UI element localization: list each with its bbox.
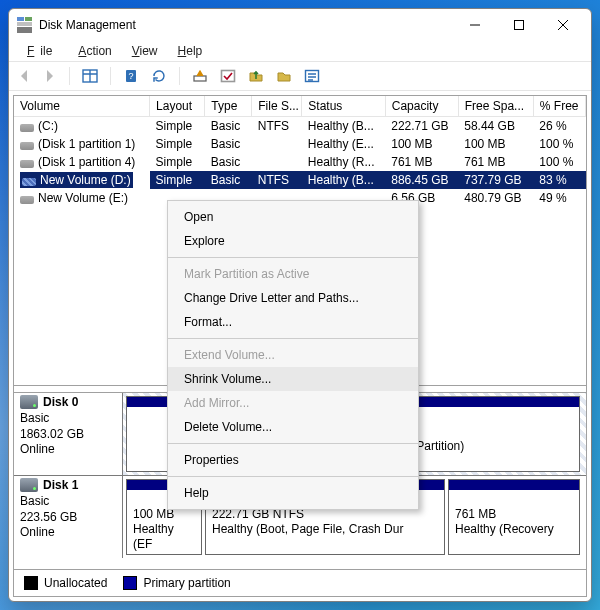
menu-change-drive-letter[interactable]: Change Drive Letter and Paths...: [168, 286, 418, 310]
disk-icon: [22, 176, 36, 186]
legend-label: Unallocated: [44, 576, 107, 590]
legend: Unallocated Primary partition: [14, 569, 586, 596]
col-status[interactable]: Status: [302, 96, 385, 117]
action-list-icon[interactable]: [302, 66, 322, 86]
hdd-icon: [20, 395, 38, 409]
hdd-icon: [20, 478, 38, 492]
action-folder-icon[interactable]: [274, 66, 294, 86]
menu-action[interactable]: Action: [72, 42, 117, 60]
disk-type-label: Basic: [20, 411, 116, 427]
app-icon: [17, 17, 33, 33]
col-type[interactable]: Type: [205, 96, 252, 117]
disk-type-label: Basic: [20, 494, 116, 510]
svg-rect-4: [194, 76, 206, 81]
menu-properties[interactable]: Properties: [168, 448, 418, 472]
col-volume[interactable]: Volume: [14, 96, 150, 117]
volume-row-selected[interactable]: New Volume (D:) SimpleBasicNTFS Healthy …: [14, 171, 586, 189]
menu-help[interactable]: Help: [168, 481, 418, 505]
context-menu: Open Explore Mark Partition as Active Ch…: [167, 200, 419, 510]
close-button[interactable]: [541, 11, 585, 39]
minimize-button[interactable]: [453, 11, 497, 39]
menu-shrink-volume[interactable]: Shrink Volume...: [168, 367, 418, 391]
menu-file[interactable]: File: [21, 42, 64, 60]
back-button[interactable]: [15, 66, 35, 86]
col-pct[interactable]: % Free: [533, 96, 585, 117]
disk-size-label: 223.56 GB: [20, 510, 116, 526]
help-icon[interactable]: ?: [121, 66, 141, 86]
menu-mark-active: Mark Partition as Active: [168, 262, 418, 286]
disk-title: Disk 0: [43, 395, 78, 409]
col-capacity[interactable]: Capacity: [385, 96, 458, 117]
disk-state-label: Online: [20, 442, 116, 458]
partition-recovery[interactable]: 761 MB Healthy (Recovery: [448, 479, 580, 555]
disk-state-label: Online: [20, 525, 116, 541]
part-status: Healthy (Boot, Page File, Crash Dur: [212, 522, 403, 536]
menu-delete-volume[interactable]: Delete Volume...: [168, 415, 418, 439]
titlebar[interactable]: Disk Management: [9, 9, 591, 41]
volume-row[interactable]: (C:) SimpleBasicNTFS Healthy (B...222.71…: [14, 117, 586, 136]
disk-size-label: 1863.02 GB: [20, 427, 116, 443]
volume-row[interactable]: (Disk 1 partition 1) SimpleBasic Healthy…: [14, 135, 586, 153]
settings-grid-icon[interactable]: [80, 66, 100, 86]
legend-swatch-primary: [123, 576, 137, 590]
menu-open[interactable]: Open: [168, 205, 418, 229]
desktop-background: Disk Management File Action View Help ?: [0, 0, 600, 610]
svg-rect-0: [515, 21, 524, 30]
menu-format[interactable]: Format...: [168, 310, 418, 334]
disk-icon: [20, 158, 34, 168]
svg-rect-5: [222, 71, 235, 82]
part-size: 761 MB: [455, 507, 496, 521]
disk-icon: [20, 140, 34, 150]
svg-text:?: ?: [128, 71, 133, 81]
legend-label: Primary partition: [143, 576, 230, 590]
action-check-icon[interactable]: [218, 66, 238, 86]
forward-button[interactable]: [39, 66, 59, 86]
action-eject-icon[interactable]: [190, 66, 210, 86]
part-status: Healthy (Recovery: [455, 522, 554, 536]
menu-extend-volume: Extend Volume...: [168, 343, 418, 367]
toolbar: ?: [9, 61, 591, 91]
refresh-icon[interactable]: [149, 66, 169, 86]
part-status: Healthy (EF: [133, 522, 174, 551]
menu-help[interactable]: Help: [172, 42, 209, 60]
maximize-button[interactable]: [497, 11, 541, 39]
disk-management-window: Disk Management File Action View Help ?: [8, 8, 592, 602]
menu-explore[interactable]: Explore: [168, 229, 418, 253]
disk-icon: [20, 122, 34, 132]
window-title: Disk Management: [39, 18, 136, 32]
menu-view[interactable]: View: [126, 42, 164, 60]
column-header-row[interactable]: Volume Layout Type File S... Status Capa…: [14, 96, 586, 117]
menu-bar: File Action View Help: [9, 41, 591, 61]
legend-swatch-unallocated: [24, 576, 38, 590]
col-layout[interactable]: Layout: [150, 96, 205, 117]
disk-icon: [20, 194, 34, 204]
action-export-icon[interactable]: [246, 66, 266, 86]
col-fs[interactable]: File S...: [252, 96, 302, 117]
disk-title: Disk 1: [43, 478, 78, 492]
menu-add-mirror: Add Mirror...: [168, 391, 418, 415]
volume-row[interactable]: (Disk 1 partition 4) SimpleBasic Healthy…: [14, 153, 586, 171]
col-free[interactable]: Free Spa...: [458, 96, 533, 117]
